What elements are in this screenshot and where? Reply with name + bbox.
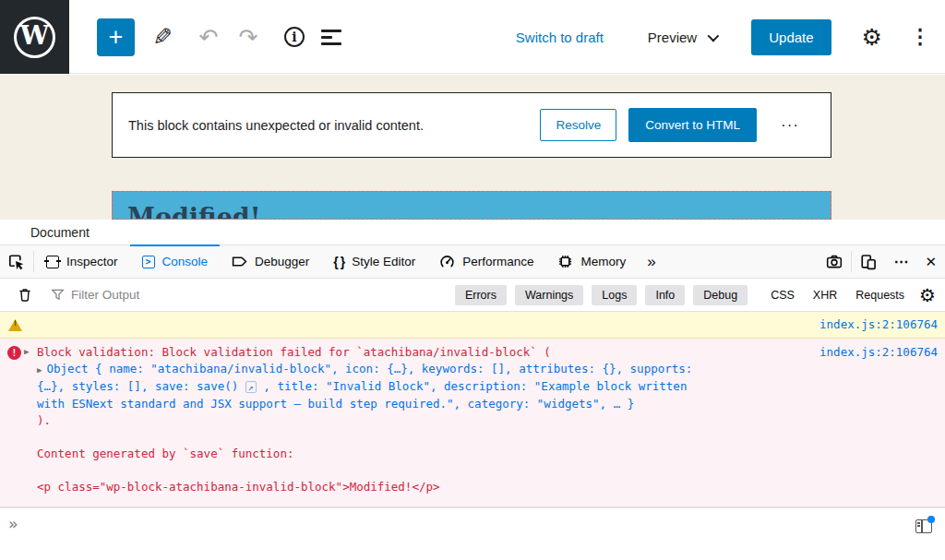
filter-warnings-button[interactable]: Warnings bbox=[515, 285, 583, 305]
filter-debug-button[interactable]: Debug bbox=[693, 285, 748, 305]
debugger-icon bbox=[232, 254, 247, 269]
trash-icon bbox=[18, 287, 32, 303]
undo-button[interactable]: ↶ bbox=[194, 0, 223, 74]
console-settings-button[interactable]: ⚙ bbox=[919, 286, 936, 304]
settings-gear-icon: ⚙ bbox=[919, 285, 936, 305]
filter-info-button[interactable]: Info bbox=[645, 285, 685, 305]
responsive-design-icon bbox=[860, 254, 877, 270]
notification-dot bbox=[927, 516, 935, 523]
invalid-block-text: Modified! bbox=[127, 203, 831, 220]
filter-output-input[interactable] bbox=[71, 288, 455, 302]
undo-icon: ↶ bbox=[199, 24, 219, 51]
invalid-content-notice: This block contains unexpected or invali… bbox=[112, 92, 831, 158]
warning-icon: ! bbox=[8, 319, 22, 331]
warning-source-link[interactable]: index.js:2:106764 bbox=[819, 316, 938, 333]
funnel-icon bbox=[51, 288, 65, 302]
header-actions: Switch to draft Preview Update ⚙ ⋮ bbox=[516, 0, 930, 74]
wordpress-logo-icon: W bbox=[14, 17, 55, 58]
kebab-icon: ⋮ bbox=[910, 25, 930, 48]
jump-to-definition-icon[interactable]: ↗ bbox=[245, 381, 257, 393]
info-icon: i bbox=[284, 27, 305, 47]
error-close-paren: ). bbox=[37, 412, 938, 429]
error-generated-markup: <p class="wp-block-atachibana-invalid-bl… bbox=[37, 479, 938, 495]
tab-label: Style Editor bbox=[352, 255, 415, 268]
redo-button[interactable]: ↷ bbox=[233, 0, 263, 74]
tab-label: Console bbox=[162, 255, 209, 268]
error-message-line: Block validation: Block validation faile… bbox=[37, 344, 938, 361]
meatball-icon: ⋯ bbox=[893, 253, 908, 270]
devtools-panel: Inspector > Console Debugger { } Style E… bbox=[0, 244, 945, 560]
chevron-down-icon bbox=[708, 30, 720, 42]
devtools-toolbar-right: ⋯ ✕ bbox=[818, 245, 945, 278]
camera-icon bbox=[826, 254, 843, 270]
devtools-tab-bar: Inspector > Console Debugger { } Style E… bbox=[0, 244, 945, 279]
filter-logs-button[interactable]: Logs bbox=[592, 285, 637, 305]
tab-performance[interactable]: Performance bbox=[427, 245, 545, 278]
breadcrumb[interactable]: Document bbox=[30, 225, 90, 240]
pick-element-icon bbox=[8, 254, 25, 270]
console-prompt-icon: » bbox=[8, 516, 18, 532]
error-expand-toggle[interactable]: ▶ bbox=[24, 343, 29, 360]
tab-memory[interactable]: Memory bbox=[545, 245, 638, 278]
wordpress-admin-button[interactable]: W bbox=[0, 0, 69, 74]
clear-console-button[interactable] bbox=[9, 287, 41, 303]
notice-message: This block contains unexpected or invali… bbox=[128, 118, 424, 133]
error-source-link[interactable]: index.js:2:106764 bbox=[819, 344, 938, 361]
editor-canvas: This block contains unexpected or invali… bbox=[0, 75, 945, 220]
list-view-icon bbox=[321, 30, 341, 32]
error-content-note: Content generated by `save` function: bbox=[37, 446, 938, 462]
preview-button[interactable]: Preview bbox=[648, 30, 716, 45]
filter-css-button[interactable]: CSS bbox=[771, 289, 795, 302]
filter-xhr-button[interactable]: XHR bbox=[813, 289, 837, 302]
preview-label: Preview bbox=[648, 30, 697, 45]
tab-inspector[interactable]: Inspector bbox=[34, 245, 130, 278]
console-filter-bar: Errors Warnings Logs Info Debug CSS XHR … bbox=[0, 279, 945, 312]
tab-label: Inspector bbox=[66, 255, 118, 268]
block-inserter-button[interactable]: + bbox=[97, 18, 135, 56]
devtools-close-button[interactable]: ✕ bbox=[916, 245, 945, 278]
resolve-button[interactable]: Resolve bbox=[540, 109, 616, 141]
invalid-block-preview[interactable]: Modified! bbox=[112, 191, 831, 220]
gear-icon: ⚙ bbox=[862, 24, 882, 50]
settings-gear-button[interactable]: ⚙ bbox=[862, 26, 882, 49]
chevrons-right-icon: » bbox=[647, 253, 655, 271]
tab-label: Debugger bbox=[255, 255, 309, 268]
tab-debugger[interactable]: Debugger bbox=[220, 245, 321, 278]
inspector-icon bbox=[46, 256, 59, 268]
list-view-button[interactable] bbox=[321, 0, 353, 74]
pencil-icon: ✎ bbox=[152, 23, 173, 52]
close-icon: ✕ bbox=[925, 254, 937, 270]
pick-element-button[interactable] bbox=[0, 245, 33, 278]
error-icon: ! bbox=[7, 346, 21, 360]
screen: W + ✎ ↶ ↷ i Switch to draft Preview bbox=[0, 0, 945, 560]
options-menu-button[interactable]: ⋮ bbox=[910, 27, 930, 47]
filter-errors-button[interactable]: Errors bbox=[455, 285, 507, 305]
redo-icon: ↷ bbox=[239, 24, 258, 51]
plus-icon: + bbox=[109, 23, 124, 52]
console-input-row[interactable]: » bbox=[0, 507, 945, 560]
notice-actions: Resolve Convert to HTML ··· bbox=[540, 108, 799, 142]
console-error-row[interactable]: ! ▶ Block validation: Block validation f… bbox=[0, 339, 945, 507]
filter-requests-button[interactable]: Requests bbox=[855, 289, 904, 302]
tools-button[interactable]: ✎ bbox=[148, 0, 177, 74]
tab-console[interactable]: > Console bbox=[130, 245, 221, 278]
details-button[interactable]: i bbox=[280, 0, 309, 74]
block-breadcrumb-bar: Document bbox=[0, 220, 945, 244]
console-output: ! Block validation: Expected text `Modif… bbox=[0, 312, 945, 560]
object-expand-toggle[interactable]: ▶ bbox=[37, 362, 42, 378]
tab-label: Memory bbox=[580, 255, 626, 268]
ellipsis-icon: ··· bbox=[781, 116, 799, 134]
responsive-design-mode-button[interactable] bbox=[852, 245, 885, 278]
more-tabs-button[interactable]: » bbox=[638, 245, 664, 278]
tab-style-editor[interactable]: { } Style Editor bbox=[321, 245, 427, 278]
tab-label: Performance bbox=[462, 255, 533, 268]
devtools-menu-button[interactable]: ⋯ bbox=[885, 245, 916, 278]
object-preview-line1: Object { name: "atachibana/invalid-block… bbox=[46, 362, 692, 375]
convert-to-html-button[interactable]: Convert to HTML bbox=[628, 108, 757, 142]
update-button[interactable]: Update bbox=[751, 19, 831, 55]
screenshot-button[interactable] bbox=[818, 245, 851, 278]
console-warning-row[interactable]: ! Block validation: Expected text `Modif… bbox=[0, 312, 945, 339]
console-icon: > bbox=[142, 256, 155, 268]
switch-to-draft-link[interactable]: Switch to draft bbox=[516, 30, 604, 45]
notice-more-options-button[interactable]: ··· bbox=[781, 116, 799, 135]
